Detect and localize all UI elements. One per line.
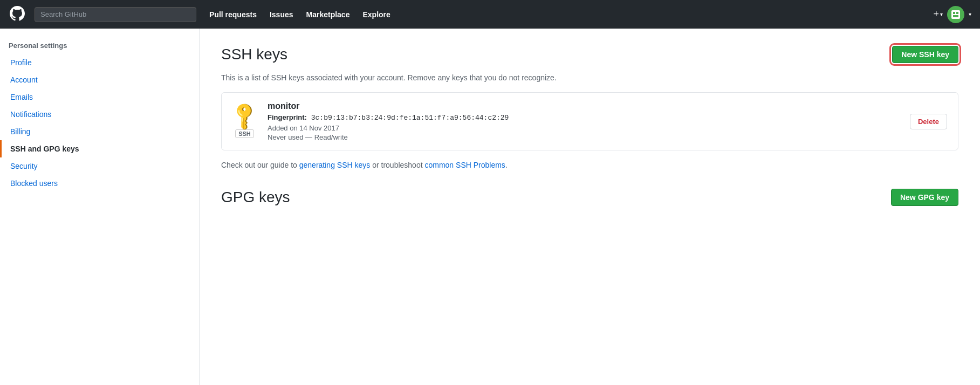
main-content: SSH keys New SSH key This is a list of S… — [200, 29, 980, 385]
avatar-dropdown-arrow: ▾ — [969, 11, 971, 17]
ssh-section-title: SSH keys — [221, 46, 287, 63]
ssh-section-header: SSH keys New SSH key — [221, 46, 958, 63]
help-text-prefix: Check out our guide to — [221, 161, 299, 169]
help-text-suffix: . — [505, 161, 508, 169]
dropdown-arrow-icon: ▾ — [940, 11, 943, 17]
sidebar-item-security[interactable]: Security — [0, 157, 199, 175]
sidebar-item-ssh-gpg[interactable]: SSH and GPG keys — [0, 140, 199, 157]
key-fingerprint: Fingerprint: 3c:b9:13:b7:b3:24:9d:fe:1a:… — [268, 113, 899, 122]
github-logo[interactable] — [9, 5, 26, 24]
key-added-date: Added on 14 Nov 2017 — [268, 124, 899, 132]
new-item-button[interactable]: + ▾ — [933, 9, 943, 20]
help-text-middle: or troubleshoot — [370, 161, 424, 169]
sidebar-title: Personal settings — [0, 37, 199, 54]
svg-rect-3 — [953, 15, 958, 17]
user-avatar-button[interactable] — [947, 6, 964, 23]
nav-explore[interactable]: Explore — [362, 10, 390, 19]
search-input[interactable] — [35, 7, 196, 22]
nav-pull-requests[interactable]: Pull requests — [209, 10, 257, 19]
sidebar-item-account[interactable]: Account — [0, 71, 199, 88]
gpg-section-header: GPG keys New GPG key — [221, 189, 958, 206]
plus-icon: + — [933, 9, 939, 20]
common-ssh-problems-link[interactable]: common SSH Problems — [424, 161, 505, 169]
sidebar-item-notifications[interactable]: Notifications — [0, 106, 199, 123]
ssh-help-text: Check out our guide to generating SSH ke… — [221, 159, 958, 171]
nav-marketplace[interactable]: Marketplace — [306, 10, 350, 19]
key-name: monitor — [268, 101, 899, 111]
delete-key-button[interactable]: Delete — [910, 114, 947, 129]
nav-issues[interactable]: Issues — [270, 10, 293, 19]
new-gpg-key-button[interactable]: New GPG key — [891, 189, 958, 206]
generating-ssh-keys-link[interactable]: generating SSH keys — [299, 161, 371, 169]
top-navigation: Pull requests Issues Marketplace Explore… — [0, 0, 980, 29]
fingerprint-label: Fingerprint: — [268, 113, 307, 121]
page-layout: Personal settings Profile Account Emails… — [0, 29, 980, 385]
svg-rect-2 — [956, 12, 958, 14]
sidebar-item-billing[interactable]: Billing — [0, 123, 199, 140]
ssh-key-card: 🔑 SSH monitor Fingerprint: 3c:b9:13:b7:b… — [221, 92, 958, 150]
svg-rect-1 — [953, 12, 955, 14]
new-ssh-key-button[interactable]: New SSH key — [892, 46, 958, 63]
key-details: monitor Fingerprint: 3c:b9:13:b7:b3:24:9… — [268, 101, 899, 141]
key-icon-area: 🔑 SSH — [232, 105, 257, 138]
sidebar-item-profile[interactable]: Profile — [0, 54, 199, 71]
nav-links: Pull requests Issues Marketplace Explore — [209, 10, 924, 19]
sidebar: Personal settings Profile Account Emails… — [0, 29, 200, 385]
fingerprint-value: 3c:b9:13:b7:b3:24:9d:fe:1a:51:f7:a9:56:4… — [311, 114, 509, 122]
sidebar-item-emails[interactable]: Emails — [0, 88, 199, 106]
key-usage: Never used — Read/write — [268, 133, 899, 141]
gpg-section-title: GPG keys — [221, 189, 290, 206]
key-icon: 🔑 — [228, 100, 262, 133]
topnav-right-actions: + ▾ ▾ — [933, 6, 971, 23]
ssh-description: This is a list of SSH keys associated wi… — [221, 72, 958, 84]
sidebar-item-blocked-users[interactable]: Blocked users — [0, 175, 199, 192]
svg-rect-0 — [951, 10, 960, 19]
